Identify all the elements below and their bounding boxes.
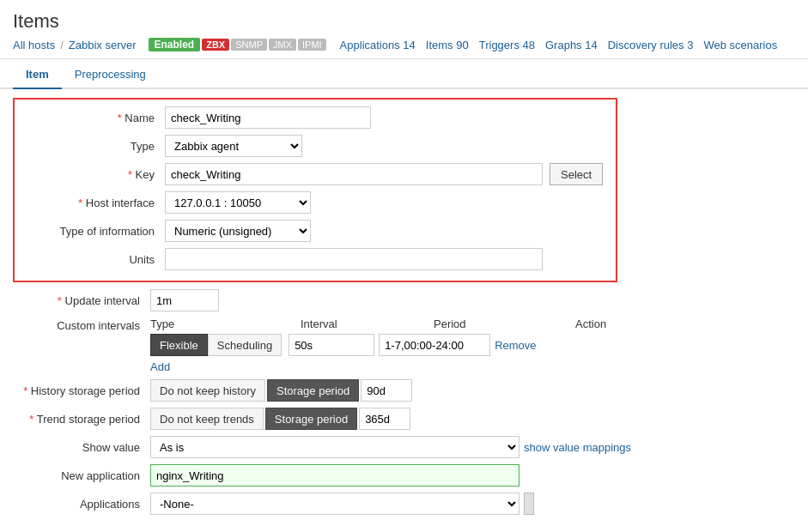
type-label: Type	[27, 140, 165, 153]
units-input[interactable]	[165, 248, 543, 270]
status-badges: Enabled ZBX SNMP JMX IPMI	[149, 38, 326, 51]
badge-snmp: SNMP	[231, 39, 267, 51]
nav-tabs-top: Applications 14 Items 90 Triggers 48 Gra…	[340, 39, 778, 51]
top-nav-row: All hosts / Zabbix server Enabled ZBX SN…	[0, 38, 808, 59]
page-title: Items	[13, 10, 795, 33]
trend-storage-period-button[interactable]: Storage period	[265, 408, 357, 430]
add-row: Add	[150, 360, 606, 373]
host-interface-row: * Host interface 127.0.0.1 : 10050	[27, 191, 603, 214]
applications-label: Applications	[13, 498, 150, 511]
trend-row: * Trend storage period Do not keep trend…	[13, 408, 795, 430]
nav-tab-applications[interactable]: Applications 14	[340, 39, 416, 51]
type-select[interactable]: Zabbix agent	[165, 135, 302, 157]
key-label: * Key	[27, 168, 165, 181]
select-button[interactable]: Select	[550, 163, 603, 185]
badge-zbx: ZBX	[202, 39, 229, 51]
host-interface-label: * Host interface	[27, 196, 165, 209]
show-value-select[interactable]: As is	[150, 436, 519, 458]
history-label: * History storage period	[13, 384, 150, 397]
scheduling-button[interactable]: Scheduling	[208, 334, 282, 356]
zabbix-server-link[interactable]: Zabbix server	[69, 39, 137, 51]
nav-tab-items[interactable]: Items 90	[426, 39, 469, 51]
key-input[interactable]	[165, 163, 543, 185]
update-interval-label: * Update interval	[13, 294, 150, 307]
units-label: Units	[27, 253, 165, 266]
show-value-label: Show value	[13, 441, 150, 454]
history-storage-period-button[interactable]: Storage period	[267, 379, 359, 402]
update-interval-input[interactable]	[150, 289, 219, 311]
units-row: Units	[27, 248, 603, 270]
ci-interval-header: Interval	[301, 317, 434, 330]
name-input[interactable]	[165, 106, 371, 129]
all-hosts-link[interactable]: All hosts	[13, 39, 55, 51]
ci-period-input[interactable]	[379, 334, 490, 356]
badge-ipmi: IPMI	[298, 39, 326, 51]
interval-headers: Type Interval Period Action	[150, 317, 606, 330]
breadcrumb-sep: /	[60, 39, 64, 51]
history-no-keep-button[interactable]: Do not keep history	[150, 379, 265, 402]
show-value-row: Show value As is show value mappings	[13, 436, 795, 458]
ci-period-header: Period	[434, 317, 575, 330]
tab-item[interactable]: Item	[13, 61, 62, 89]
history-row: * History storage period Do not keep his…	[13, 379, 795, 402]
badge-enabled: Enabled	[149, 38, 201, 51]
custom-intervals-label: Custom intervals	[13, 317, 150, 332]
page-header: Items All hosts / Zabbix server Enabled …	[0, 0, 808, 89]
type-info-select[interactable]: Numeric (unsigned)	[165, 220, 311, 242]
type-info-row: Type of information Numeric (unsigned)	[27, 220, 603, 242]
interval-type-buttons: Flexible Scheduling	[150, 334, 282, 356]
name-row: * Name	[27, 106, 603, 129]
interval-row: Flexible Scheduling Remove	[150, 334, 606, 356]
nav-tab-web-scenarios[interactable]: Web scenarios	[703, 39, 777, 51]
update-interval-row: * Update interval	[13, 289, 795, 311]
red-border-section: * Name Type Zabbix agent * Key Select * …	[13, 98, 617, 282]
type-row: Type Zabbix agent	[27, 135, 603, 157]
nav-tab-triggers[interactable]: Triggers 48	[479, 39, 535, 51]
custom-intervals-content: Type Interval Period Action Flexible Sch…	[150, 317, 606, 373]
show-value-mappings-link[interactable]: show value mappings	[524, 441, 631, 454]
form-container: * Name Type Zabbix agent * Key Select * …	[0, 89, 808, 529]
nav-tab-graphs[interactable]: Graphs 14	[545, 39, 598, 51]
ci-type-header: Type	[150, 317, 301, 330]
remove-link[interactable]: Remove	[495, 339, 536, 352]
nav-tab-discovery-rules[interactable]: Discovery rules 3	[608, 39, 694, 51]
history-value-input[interactable]	[361, 379, 412, 402]
key-row: * Key Select	[27, 163, 603, 185]
applications-controls: -None-	[150, 493, 534, 515]
type-info-label: Type of information	[27, 225, 165, 238]
applications-scroll-indicator	[524, 493, 534, 515]
ci-interval-input[interactable]	[289, 334, 374, 356]
host-interface-select[interactable]: 127.0.0.1 : 10050	[165, 191, 311, 214]
add-link[interactable]: Add	[150, 360, 170, 373]
badge-jmx: JMX	[269, 39, 296, 51]
new-app-label: New application	[13, 469, 150, 482]
new-app-row: New application	[13, 464, 795, 487]
ci-action-header: Action	[575, 317, 606, 330]
trend-controls: Do not keep trends Storage period	[150, 408, 410, 430]
show-value-controls: As is show value mappings	[150, 436, 631, 458]
applications-select[interactable]: -None-	[150, 493, 519, 515]
new-app-input[interactable]	[150, 464, 519, 487]
tabs-row: Item Preprocessing	[0, 61, 808, 89]
tab-preprocessing[interactable]: Preprocessing	[62, 61, 159, 88]
history-controls: Do not keep history Storage period	[150, 379, 412, 402]
applications-row: Applications -None-	[13, 493, 795, 515]
flexible-button[interactable]: Flexible	[150, 334, 208, 356]
trend-no-keep-button[interactable]: Do not keep trends	[150, 408, 264, 430]
trend-value-input[interactable]	[359, 408, 410, 430]
custom-intervals-section: Custom intervals Type Interval Period Ac…	[13, 317, 795, 373]
trend-label: * Trend storage period	[13, 413, 150, 426]
name-label: * Name	[27, 112, 165, 124]
